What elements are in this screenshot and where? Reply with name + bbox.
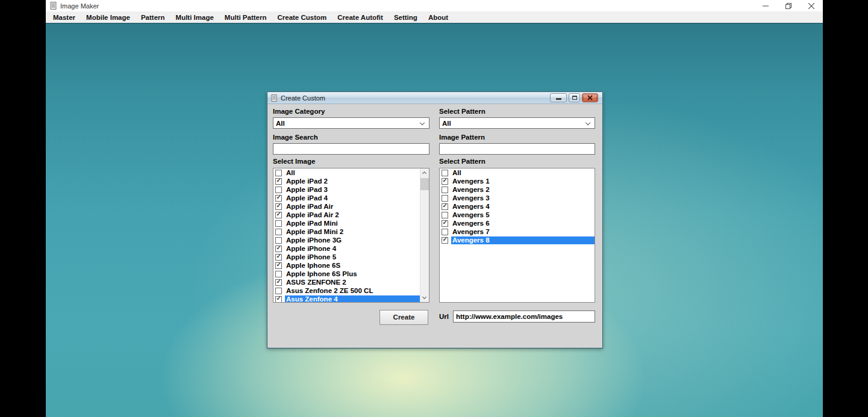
pattern-category-value: All — [442, 120, 451, 127]
create-button[interactable]: Create — [379, 310, 428, 325]
minimize-icon[interactable] — [754, 0, 777, 11]
menu-item-about[interactable]: About — [423, 14, 454, 21]
image-item-all[interactable]: All — [273, 168, 420, 177]
chevron-down-icon — [585, 120, 590, 125]
pattern-item-avengers-2[interactable]: Avengers 2 — [440, 185, 595, 194]
checkbox[interactable] — [442, 220, 448, 227]
checkbox[interactable] — [275, 195, 282, 202]
app-title: Image Maker — [60, 2, 99, 10]
checkbox[interactable] — [275, 220, 282, 227]
image-item-apple-ipad-mini[interactable]: Apple iPad Mini — [273, 219, 420, 227]
checkbox[interactable] — [442, 212, 448, 218]
checkbox[interactable] — [275, 212, 282, 218]
item-label: Apple iPhone 4 — [285, 245, 420, 253]
image-item-apple-iphone-3g[interactable]: Apple iPhone 3G — [273, 236, 420, 244]
checkbox[interactable] — [442, 229, 448, 235]
pattern-item-avengers-3[interactable]: Avengers 3 — [440, 194, 595, 202]
checkbox[interactable] — [442, 187, 448, 193]
image-item-apple-ipad-mini-2[interactable]: Apple iPad Mini 2 — [273, 227, 420, 236]
right-column: Select Pattern All Image Pattern Select … — [439, 104, 595, 303]
item-label: Avengers 7 — [451, 228, 595, 236]
checkbox[interactable] — [275, 178, 282, 185]
chevron-down-icon — [420, 120, 425, 125]
image-item-apple-ipad-air[interactable]: Apple iPad Air — [273, 202, 420, 211]
item-label: Apple iPad Mini — [285, 220, 420, 227]
image-search-input[interactable] — [273, 143, 429, 155]
image-category-label: Image Category — [273, 108, 429, 116]
checkbox[interactable] — [275, 229, 282, 235]
pattern-item-avengers-6[interactable]: Avengers 6 — [440, 219, 595, 227]
restore-icon[interactable] — [777, 0, 800, 11]
pattern-item-avengers-1[interactable]: Avengers 1 — [440, 177, 595, 185]
menu-item-pattern[interactable]: Pattern — [136, 14, 170, 21]
dialog-minimize-icon[interactable] — [550, 93, 567, 102]
menu-item-mobile-image[interactable]: Mobile Image — [81, 14, 136, 21]
item-label: Apple iPad Air — [285, 203, 420, 211]
item-label: All — [285, 169, 420, 177]
menu-item-create-autofit[interactable]: Create Autofit — [332, 14, 389, 21]
image-item-apple-iphone-4[interactable]: Apple iPhone 4 — [273, 244, 420, 253]
menu-item-setting[interactable]: Setting — [389, 14, 423, 21]
item-label: Asus Zenfone 4 — [285, 295, 420, 303]
pattern-item-avengers-7[interactable]: Avengers 7 — [440, 227, 595, 236]
pattern-item-avengers-4[interactable]: Avengers 4 — [440, 202, 595, 211]
menu-item-master[interactable]: Master — [48, 14, 81, 21]
scrollbar-thumb[interactable] — [420, 178, 429, 190]
item-label: Apple iPad 2 — [285, 178, 420, 185]
pattern-item-avengers-5[interactable]: Avengers 5 — [440, 211, 595, 219]
pattern-item-avengers-8[interactable]: Avengers 8 — [440, 236, 595, 244]
image-category-select[interactable]: All — [273, 117, 429, 129]
checkbox[interactable] — [275, 279, 282, 286]
pattern-category-select[interactable]: All — [439, 117, 595, 129]
menu-item-multi-image[interactable]: Multi Image — [170, 14, 219, 21]
checkbox[interactable] — [275, 288, 282, 294]
scroll-down-icon[interactable] — [420, 293, 429, 302]
checkbox[interactable] — [442, 237, 448, 244]
checkbox[interactable] — [442, 203, 448, 210]
item-label: Avengers 6 — [451, 220, 595, 227]
menu-item-multi-pattern[interactable]: Multi Pattern — [219, 14, 272, 21]
pattern-item-all[interactable]: All — [440, 168, 595, 177]
item-label: Apple Iphone 6S — [285, 262, 420, 270]
scroll-up-icon[interactable] — [420, 168, 429, 178]
image-item-apple-ipad-3[interactable]: Apple iPad 3 — [273, 185, 420, 194]
checkbox[interactable] — [275, 262, 282, 269]
item-label: Avengers 2 — [451, 186, 595, 194]
dialog-close-icon[interactable] — [582, 93, 598, 102]
checkbox[interactable] — [442, 178, 448, 185]
image-item-apple-ipad-2[interactable]: Apple iPad 2 — [273, 177, 420, 185]
image-item-asus-zenfone-2-ze-500-cl[interactable]: Asus Zenfone 2 ZE 500 CL — [273, 286, 420, 295]
menu-bar: MasterMobile ImagePatternMulti ImageMult… — [46, 11, 823, 23]
checkbox[interactable] — [442, 170, 448, 176]
item-label: Avengers 3 — [451, 194, 595, 202]
select-image-label: Select Image — [273, 158, 429, 165]
dialog-titlebar[interactable]: Create Custom — [267, 92, 602, 104]
image-item-apple-ipad-air-2[interactable]: Apple iPad Air 2 — [273, 211, 420, 219]
image-item-apple-iphone-5[interactable]: Apple iPhone 5 — [273, 253, 420, 261]
checkbox[interactable] — [442, 195, 448, 202]
dialog-icon — [271, 94, 277, 102]
item-label: Apple Iphone 6S Plus — [285, 270, 420, 278]
checkbox[interactable] — [275, 254, 282, 261]
image-item-apple-iphone-6s-plus[interactable]: Apple Iphone 6S Plus — [273, 270, 420, 278]
image-pattern-input[interactable] — [439, 143, 595, 155]
window-controls — [754, 0, 823, 11]
checkbox[interactable] — [275, 296, 282, 303]
checkbox[interactable] — [275, 170, 282, 176]
image-item-apple-ipad-4[interactable]: Apple iPad 4 — [273, 194, 420, 202]
image-item-apple-iphone-6s[interactable]: Apple Iphone 6S — [273, 261, 420, 270]
image-item-asus-zenfone-2[interactable]: ASUS ZENFONE 2 — [273, 278, 420, 286]
checkbox[interactable] — [275, 203, 282, 210]
url-input[interactable] — [453, 310, 595, 323]
scrollbar[interactable] — [420, 168, 429, 302]
image-item-asus-zenfone-4[interactable]: Asus Zenfone 4 — [273, 295, 420, 303]
checkbox[interactable] — [275, 187, 282, 193]
dialog-title: Create Custom — [281, 94, 325, 102]
menu-item-create-custom[interactable]: Create Custom — [272, 14, 332, 21]
checkbox[interactable] — [275, 271, 282, 277]
checkbox[interactable] — [275, 246, 282, 252]
close-icon[interactable] — [800, 0, 823, 11]
select-pattern-rows: All Avengers 1 Avengers 2 Avengers 3 — [440, 168, 595, 302]
dialog-maximize-icon[interactable] — [569, 93, 580, 102]
checkbox[interactable] — [275, 237, 282, 244]
